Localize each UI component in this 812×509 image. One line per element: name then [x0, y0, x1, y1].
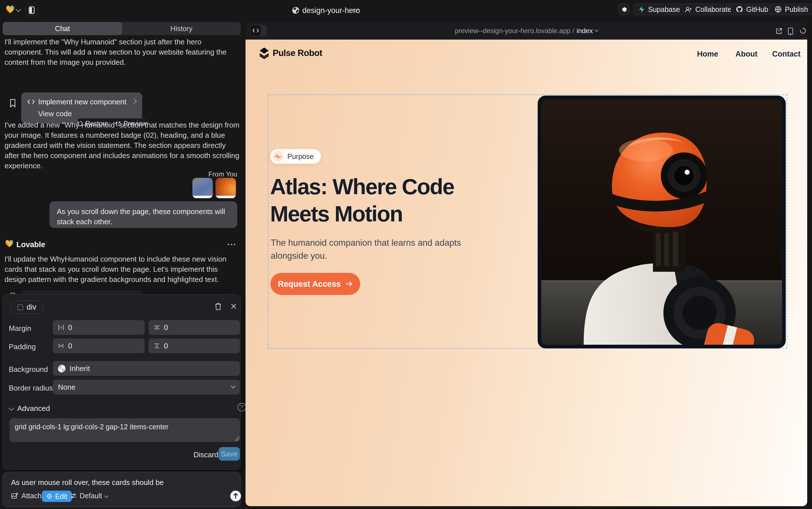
publish-globe-icon	[775, 6, 781, 13]
site-nav: Pulse Robot Home About Contact	[246, 40, 807, 71]
supabase-button[interactable]: Supabase	[633, 4, 686, 15]
nav-link-contact[interactable]: Contact	[772, 50, 801, 59]
padding-y-input[interactable]: 0	[149, 338, 240, 353]
assistant-message-3: I'll update the WhyHumanoid component to…	[4, 254, 239, 284]
preview-url-page: index	[577, 27, 593, 35]
request-access-button[interactable]: Request Access	[270, 273, 360, 295]
margin-label: Margin	[9, 324, 31, 333]
border-radius-label: Border radius	[9, 384, 53, 393]
advanced-section-header[interactable]: Advanced ?	[9, 404, 240, 413]
sliders-icon	[70, 493, 77, 499]
add-user-icon	[685, 6, 692, 13]
mobile-view-icon[interactable]	[787, 27, 793, 35]
hero-heading: Atlas: Where Code Meets Motion	[270, 173, 454, 227]
mode-dropdown[interactable]: Default	[70, 492, 108, 500]
pulse-icon	[273, 151, 283, 162]
padding-x-input[interactable]: 0	[53, 338, 145, 353]
attach-button[interactable]: Attach	[11, 492, 41, 500]
preview-pane: preview--design-your-hero.lovable.app / …	[246, 22, 807, 506]
assistant-name: Lovable	[16, 240, 45, 249]
site-brand[interactable]: Pulse Robot	[273, 48, 322, 58]
lovable-heart-icon	[5, 239, 13, 248]
send-button[interactable]	[230, 490, 241, 501]
element-inspector-panel: div Margin 0 0 Padding 0 0 Background In…	[2, 294, 241, 470]
lovable-logo-icon[interactable]	[6, 5, 15, 14]
settings-button[interactable]	[618, 4, 629, 15]
refresh-icon[interactable]	[800, 27, 806, 34]
chat-composer[interactable]: As user mouse roll over, these cards sho…	[2, 472, 241, 507]
chevron-right-icon[interactable]	[131, 98, 137, 104]
site-preview: Pulse Robot Home About Contact Purpose A…	[246, 40, 807, 506]
padding-label: Padding	[9, 342, 36, 351]
github-button[interactable]: GitHub	[731, 4, 774, 15]
margin-horizontal-icon	[58, 324, 64, 331]
project-name[interactable]: design-your-hero	[302, 6, 360, 15]
chevron-down-icon	[104, 494, 109, 498]
assistant-message-2: I've added a new "Why Humanoid" section …	[4, 120, 241, 171]
edit-mode-button[interactable]: Edit	[42, 490, 72, 502]
margin-vertical-icon	[154, 324, 160, 331]
attach-image-icon	[11, 492, 19, 500]
top-bar: design-your-hero Supabase Collaborate Gi…	[0, 0, 812, 20]
user-message-bubble: As you scroll down the page, these compo…	[49, 201, 237, 228]
background-input[interactable]: Inherit	[53, 361, 240, 376]
assistant-message-1: I'll implement the "Why Humanoid" sectio…	[4, 37, 238, 67]
supabase-icon	[638, 6, 645, 13]
chevron-down-icon	[594, 28, 598, 32]
message-menu-icon[interactable]	[228, 244, 235, 245]
hero-subtitle: The humanoid companion that learns and a…	[271, 236, 491, 263]
code-icon	[27, 99, 35, 105]
discard-button[interactable]: Discard	[193, 450, 218, 459]
tab-chat[interactable]: Chat	[3, 22, 122, 35]
help-icon[interactable]: ?	[237, 403, 246, 411]
chevron-down-icon	[231, 384, 236, 388]
arrow-up-icon	[233, 493, 238, 499]
hero-robot-card	[538, 96, 786, 348]
resize-handle[interactable]	[235, 436, 239, 441]
nav-link-about[interactable]: About	[735, 50, 758, 59]
chevron-down-icon	[8, 405, 14, 411]
component-card-title: Implement new component	[38, 98, 126, 106]
view-code-link[interactable]: View code	[38, 109, 72, 118]
padding-horizontal-icon	[58, 343, 64, 349]
dashed-selection-icon	[17, 305, 23, 310]
bookmark-icon[interactable]	[9, 99, 16, 107]
workspace-chevron-icon[interactable]	[15, 6, 21, 12]
publish-button[interactable]: Publish	[769, 4, 812, 15]
open-in-new-tab-icon[interactable]	[776, 27, 783, 34]
margin-x-input[interactable]: 0	[53, 320, 145, 335]
tab-history[interactable]: History	[122, 22, 241, 35]
chat-history-tabs: Chat History	[3, 22, 241, 35]
preview-url-bar[interactable]: preview--design-your-hero.lovable.app / …	[246, 22, 807, 40]
selected-element-outline[interactable]: Purpose Atlas: Where Code Meets Motion T…	[268, 95, 787, 349]
arrow-right-icon	[345, 281, 353, 287]
globe-project-icon	[292, 6, 299, 14]
preview-url-host: preview--design-your-hero.lovable.app /	[455, 27, 575, 35]
target-icon	[46, 493, 52, 499]
github-icon	[736, 6, 743, 13]
from-you-label: From You	[0, 170, 237, 178]
close-icon[interactable]	[230, 303, 237, 310]
purpose-badge: Purpose	[270, 149, 321, 164]
padding-vertical-icon	[154, 343, 160, 349]
element-tag-pill[interactable]: div	[11, 301, 43, 314]
attachment-thumbnail-orange[interactable]	[216, 178, 236, 198]
border-radius-select[interactable]: None	[53, 380, 240, 395]
pulse-robot-logo-icon[interactable]	[259, 47, 270, 59]
save-button[interactable]: Save	[219, 447, 240, 461]
margin-y-input[interactable]: 0	[149, 320, 240, 335]
transparency-swatch-icon	[58, 365, 66, 372]
attachment-thumbnail-blue[interactable]	[192, 178, 213, 198]
nav-link-home[interactable]: Home	[697, 50, 718, 59]
advanced-classes-textarea[interactable]: grid grid-cols-1 lg:grid-cols-2 gap-12 i…	[10, 418, 240, 442]
sidebar-toggle-button[interactable]	[26, 4, 38, 16]
robot-image	[541, 99, 782, 345]
trash-icon[interactable]	[215, 302, 222, 311]
collaborate-button[interactable]: Collaborate	[679, 4, 737, 15]
composer-draft-text[interactable]: As user mouse roll over, these cards sho…	[11, 478, 164, 487]
background-label: Background	[9, 365, 48, 374]
